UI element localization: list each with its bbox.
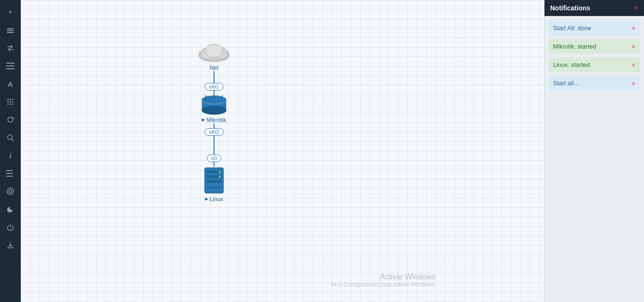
notification-item-1: Start All: done × [548,21,640,35]
svg-point-14 [12,104,14,105]
canvas-area[interactable]: Net eth1 ▶ [21,0,544,302]
activate-watermark: Activar Windows Ve a Configuración para … [330,273,436,288]
layers-icon[interactable] [3,23,18,38]
power-icon[interactable] [3,220,18,235]
notification-item-3: Linux: started × [548,57,640,72]
svg-rect-2 [7,32,14,33]
notifications-panel: Notifications × Start All: done × Mikrot… [544,0,644,302]
mikrotik-label: Mikrotik [206,117,226,123]
notification-close-1[interactable]: × [632,25,636,32]
svg-point-9 [8,101,9,103]
text-icon[interactable]: A [3,76,18,91]
sidebar: + A i [0,0,21,302]
svg-point-28 [202,106,226,114]
menu-lines-icon[interactable] [3,58,18,73]
notification-text-3: Linux: started [553,61,590,68]
linux-play-icon: ▶ [205,196,208,201]
svg-point-20 [7,188,14,195]
notification-text-1: Start All: done [553,24,591,32]
watermark-title: Activar Windows [330,273,436,281]
net-label: Net [210,65,219,71]
swap-icon[interactable] [3,41,18,56]
svg-rect-39 [206,187,222,188]
port-eth1: eth1 [205,83,223,90]
connector-line [214,90,215,95]
svg-rect-4 [6,65,15,66]
server-icon [203,167,225,194]
svg-point-7 [10,99,11,100]
svg-point-37 [219,171,221,173]
svg-point-12 [8,104,9,105]
topology-diagram: Net eth1 ▶ [195,38,233,203]
svg-rect-17 [6,170,13,171]
svg-point-25 [206,44,223,57]
connector-line [214,136,215,155]
notifications-body: Start All: done × Mikrotik: started × Li… [545,16,644,302]
export-icon[interactable] [3,237,18,253]
svg-rect-3 [6,63,15,64]
svg-point-11 [12,101,14,103]
svg-rect-0 [7,28,14,29]
svg-point-13 [10,104,11,105]
notifications-title: Notifications [550,4,590,12]
node-mikrotik: ▶ Mikrotik [200,95,228,123]
notification-close-2[interactable]: × [632,43,636,50]
notification-item-2: Mikrotik: started × [548,39,640,54]
circle-target-icon[interactable] [3,184,18,199]
router-icon [200,95,228,115]
mikrotik-play-icon: ▶ [202,117,205,122]
svg-rect-19 [6,176,13,177]
port-e0: e0 [207,155,221,162]
svg-rect-5 [6,68,15,69]
svg-point-8 [12,99,14,100]
linux-label: Linux [210,196,223,203]
svg-rect-36 [206,180,222,183]
connector-line [214,123,215,128]
cloud-icon [195,38,233,64]
notifications-header: Notifications × [545,0,644,16]
notification-item-4: Start all... × [548,76,640,90]
svg-point-10 [10,101,11,103]
svg-point-38 [219,176,221,178]
notification-close-4[interactable]: × [632,80,636,87]
add-icon[interactable]: + [3,5,18,20]
zoom-search-icon[interactable] [3,130,18,145]
node-net: Net [195,38,233,71]
svg-point-6 [8,99,9,100]
notifications-close-button[interactable]: × [634,4,638,12]
svg-rect-18 [6,173,13,174]
list-icon[interactable] [3,166,18,181]
svg-line-16 [12,139,14,141]
notification-close-3[interactable]: × [632,62,636,68]
connector-line [214,162,215,167]
notification-text-4: Start all... [553,80,579,87]
refresh-icon[interactable] [3,112,18,127]
notification-text-2: Mikrotik: started [553,43,596,50]
watermark-subtitle: Ve a Configuración para activar Windows. [330,281,436,288]
svg-rect-1 [7,30,14,31]
moon-icon[interactable] [3,202,18,217]
svg-point-21 [9,190,12,193]
grid-dots-icon[interactable] [3,94,18,109]
node-linux: ▶ Linux [203,167,225,203]
port-eth2: eth2 [205,128,223,136]
connector-line [214,71,215,83]
info-icon[interactable]: i [3,148,18,163]
